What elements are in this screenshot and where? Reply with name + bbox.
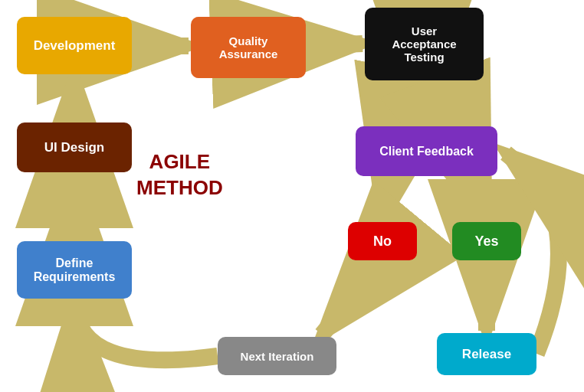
svg-line-6 [471,178,487,220]
svg-line-5 [382,178,391,220]
yes-box: Yes [452,222,521,260]
svg-line-3 [306,44,363,46]
ui-design-box: UI Design [17,122,132,172]
no-box: No [348,222,417,260]
define-requirements-box: Define Requirements [17,241,132,299]
agile-method-label: AGILE METHOD [136,149,223,201]
diagram-container: Development Quality Assurance User Accep… [0,0,584,392]
user-acceptance-box: User Acceptance Testing [365,8,484,80]
development-box: Development [17,17,132,74]
quality-assurance-box: Quality Assurance [191,17,306,78]
client-feedback-box: Client Feedback [356,126,497,176]
next-iteration-box: Next Iteration [218,337,336,375]
svg-line-8 [322,262,382,335]
release-box: Release [437,333,536,375]
